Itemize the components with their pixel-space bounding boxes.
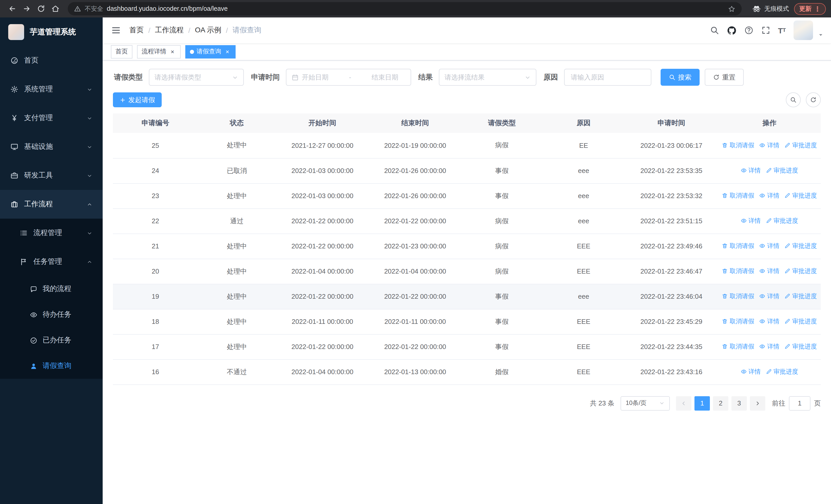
table-row: 18处理中2022-01-11 00:00:002022-01-11 00:00… bbox=[113, 309, 821, 334]
cell-leave-type: 事假 bbox=[461, 309, 543, 334]
cell-actions: 取消请假详情审批进度 bbox=[718, 334, 821, 359]
reset-button-label: 重置 bbox=[722, 72, 736, 82]
eye-icon bbox=[760, 268, 766, 274]
toggle-search-button[interactable] bbox=[786, 92, 801, 107]
approval-progress-link[interactable]: 审批进度 bbox=[784, 292, 817, 301]
approval-progress-link[interactable]: 审批进度 bbox=[784, 141, 817, 150]
leave-type-placeholder: 请选择请假类型 bbox=[154, 72, 232, 82]
detail-link[interactable]: 详情 bbox=[760, 317, 779, 326]
breadcrumb-item[interactable]: 工作流程 bbox=[155, 26, 184, 35]
sidebar-item-leave-query[interactable]: 请假查询 bbox=[0, 353, 103, 379]
browser-home-button[interactable] bbox=[48, 2, 63, 16]
cell-actions: 取消请假详情审批进度 bbox=[718, 234, 821, 259]
detail-link[interactable]: 详情 bbox=[760, 267, 779, 276]
sidebar-item-workflow[interactable]: 工作流程 bbox=[0, 190, 103, 219]
reason-input[interactable] bbox=[564, 69, 651, 86]
cancel-leave-link[interactable]: 取消请假 bbox=[722, 242, 754, 250]
sidebar-item-label: 请假查询 bbox=[42, 361, 71, 370]
app-logo[interactable]: 芋道管理系统 bbox=[0, 18, 103, 46]
sidebar-item-label: 已办任务 bbox=[42, 336, 71, 345]
cancel-leave-link[interactable]: 取消请假 bbox=[722, 317, 754, 326]
cancel-leave-link[interactable]: 取消请假 bbox=[722, 141, 754, 150]
sidebar-item-done-tasks[interactable]: 已办任务 bbox=[0, 327, 103, 353]
approval-progress-link[interactable]: 审批进度 bbox=[766, 216, 798, 225]
detail-link[interactable]: 详情 bbox=[741, 166, 761, 175]
tab-process-detail[interactable]: 流程详情× bbox=[137, 45, 181, 58]
font-size-button[interactable]: TT bbox=[778, 26, 786, 34]
arrow-right-icon bbox=[23, 5, 31, 13]
cancel-leave-link[interactable]: 取消请假 bbox=[722, 292, 754, 301]
sidebar-item-devtools[interactable]: 研发工具 bbox=[0, 161, 103, 190]
reset-button[interactable]: 重置 bbox=[705, 69, 744, 86]
breadcrumb-item[interactable]: OA 示例 bbox=[195, 26, 222, 35]
sidebar-item-system[interactable]: 系统管理 bbox=[0, 75, 103, 104]
cell-leave-type: 婚假 bbox=[461, 359, 543, 384]
avatar-caret-icon[interactable] bbox=[818, 32, 824, 38]
prev-page-button[interactable] bbox=[676, 396, 691, 410]
page-button-3[interactable]: 3 bbox=[732, 396, 747, 410]
cell-actions: 取消请假详情审批进度 bbox=[718, 183, 821, 208]
approval-progress-link[interactable]: 审批进度 bbox=[766, 367, 798, 376]
close-tab-icon[interactable]: × bbox=[169, 48, 176, 55]
header-search-button[interactable] bbox=[710, 26, 719, 35]
detail-link[interactable]: 详情 bbox=[741, 367, 761, 376]
next-page-button[interactable] bbox=[750, 396, 765, 410]
sidebar-item-home[interactable]: 首页 bbox=[0, 46, 103, 75]
approval-progress-link[interactable]: 审批进度 bbox=[784, 267, 817, 276]
sidebar-item-my-process[interactable]: 我的流程 bbox=[0, 276, 103, 302]
page-button-2[interactable]: 2 bbox=[713, 396, 728, 410]
result-select[interactable]: 请选择流结果 bbox=[439, 69, 536, 86]
eye-icon bbox=[760, 142, 766, 148]
detail-link[interactable]: 详情 bbox=[741, 216, 761, 225]
detail-link[interactable]: 详情 bbox=[760, 342, 779, 351]
tab-leave-query[interactable]: 请假查询× bbox=[185, 45, 236, 58]
fullscreen-button[interactable] bbox=[761, 26, 770, 35]
browser-menu-icon[interactable]: ⋮ bbox=[814, 5, 821, 12]
approval-progress-link[interactable]: 审批进度 bbox=[766, 166, 798, 175]
user-avatar[interactable] bbox=[794, 21, 813, 40]
sidebar-item-todo-tasks[interactable]: 待办任务 bbox=[0, 302, 103, 327]
refresh-table-button[interactable] bbox=[806, 92, 821, 107]
search-button[interactable]: 搜索 bbox=[661, 69, 699, 86]
sidebar-item-label: 研发工具 bbox=[24, 171, 53, 180]
apply-time-range-picker[interactable]: 开始日期 - 结束日期 bbox=[286, 69, 411, 86]
create-leave-button[interactable]: 发起请假 bbox=[113, 92, 162, 107]
sidebar-collapse-button[interactable] bbox=[111, 25, 121, 35]
close-tab-icon[interactable]: × bbox=[224, 48, 231, 55]
detail-link[interactable]: 详情 bbox=[760, 292, 779, 301]
cancel-leave-link[interactable]: 取消请假 bbox=[722, 342, 754, 351]
action-label: 详情 bbox=[767, 141, 779, 150]
detail-link[interactable]: 详情 bbox=[760, 141, 779, 150]
browser-back-button[interactable] bbox=[5, 2, 20, 16]
action-label: 详情 bbox=[748, 216, 761, 225]
cancel-leave-link[interactable]: 取消请假 bbox=[722, 267, 754, 276]
leave-type-select[interactable]: 请选择请假类型 bbox=[149, 69, 244, 86]
sidebar-item-process-mgmt[interactable]: 流程管理 bbox=[0, 219, 103, 247]
breadcrumb-item[interactable]: 首页 bbox=[130, 26, 144, 35]
approval-progress-link[interactable]: 审批进度 bbox=[784, 242, 817, 250]
tab-home[interactable]: 首页 bbox=[111, 45, 133, 58]
approval-progress-link[interactable]: 审批进度 bbox=[784, 317, 817, 326]
goto-page-input[interactable] bbox=[789, 396, 810, 410]
sidebar-item-infrastructure[interactable]: 基础设施 bbox=[0, 132, 103, 161]
page-button-1[interactable]: 1 bbox=[694, 396, 710, 410]
approval-progress-link[interactable]: 审批进度 bbox=[784, 342, 817, 351]
browser-update-button[interactable]: 更新 ⋮ bbox=[794, 3, 826, 14]
cell-end-time: 2022-01-26 00:00:00 bbox=[369, 183, 461, 208]
help-button[interactable] bbox=[744, 26, 753, 35]
arrow-left-icon bbox=[8, 5, 17, 13]
github-button[interactable] bbox=[726, 25, 736, 35]
address-bar[interactable]: 不安全 dashboard.yudao.iocoder.cn/bpm/oa/le… bbox=[68, 2, 742, 16]
sidebar-item-payment[interactable]: 支付管理 bbox=[0, 104, 103, 132]
approval-progress-link[interactable]: 审批进度 bbox=[784, 191, 817, 200]
edit-icon bbox=[784, 193, 791, 199]
bookmark-star-icon[interactable] bbox=[728, 5, 736, 12]
browser-reload-button[interactable] bbox=[34, 2, 48, 16]
detail-link[interactable]: 详情 bbox=[760, 191, 779, 200]
sidebar-item-task-mgmt[interactable]: 任务管理 bbox=[0, 247, 103, 276]
cancel-leave-link[interactable]: 取消请假 bbox=[722, 191, 754, 200]
cell-leave-type: 事假 bbox=[461, 183, 543, 208]
page-size-select[interactable]: 10条/页 bbox=[621, 396, 670, 410]
browser-forward-button[interactable] bbox=[20, 2, 34, 16]
detail-link[interactable]: 详情 bbox=[760, 242, 779, 250]
